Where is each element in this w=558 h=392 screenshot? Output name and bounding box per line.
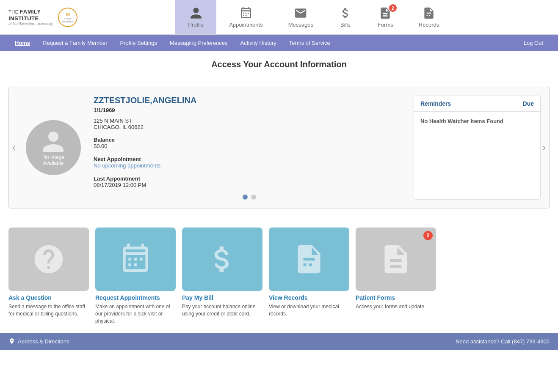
card-patient-forms-icon: 2 — [356, 228, 436, 291]
balance-value: $0.00 — [94, 143, 160, 149]
nav-messages[interactable]: Messages — [276, 0, 326, 34]
footer-address[interactable]: Address & Directions — [8, 338, 69, 345]
nav-forms-label: Forms — [378, 22, 393, 28]
card-pay-bill-desc: Pay your account balance online using yo… — [182, 303, 262, 318]
nav-forms[interactable]: 2 Forms — [365, 0, 406, 34]
patient-card: ‹ No Image Available ZZTESTJOLIE,ANGELIN… — [8, 87, 550, 208]
nav-appointments-label: Appointments — [229, 22, 263, 28]
reminders-col2: Due — [523, 100, 534, 107]
page-title: Access Your Account Information — [0, 60, 558, 69]
card-pay-bill-title: Pay My Bill — [182, 294, 262, 301]
card-request-appt[interactable]: Request Appointments Make an appointment… — [95, 228, 176, 324]
card-request-appt-desc: Make an appointment with one of our prov… — [95, 303, 176, 324]
dollar-icon — [205, 242, 239, 276]
calendar-icon — [119, 242, 152, 276]
card-request-appt-title: Request Appointments — [95, 294, 176, 301]
card-ask-question-desc: Send a message to the office staff for m… — [8, 303, 89, 318]
subnav-messaging-prefs[interactable]: Messaging Preferences — [163, 35, 234, 51]
card-view-records-title: View Records — [269, 294, 349, 301]
reminders-panel: Reminders Due No Health Watcher Items Fo… — [414, 96, 541, 200]
records-icon — [292, 242, 326, 276]
avatar-text1: No Image — [42, 154, 64, 160]
action-cards: Ask a Question Send a message to the off… — [0, 219, 558, 333]
carousel-right[interactable]: › — [542, 142, 546, 154]
avatar-icon — [41, 129, 66, 154]
footer: Address & Directions Need assistance? Ca… — [0, 333, 558, 350]
card-ask-question-title: Ask a Question — [8, 294, 89, 301]
svg-text:50: 50 — [66, 12, 70, 16]
patient-dob: 1/1/1969 — [94, 107, 405, 113]
logo-the: THE — [8, 9, 20, 14]
forms-badge: 2 — [389, 4, 397, 12]
reminders-header: Reminders Due — [414, 96, 540, 112]
nav-profile-label: Profile — [188, 22, 204, 28]
logout-button[interactable]: Log Out — [517, 35, 550, 51]
balance-group: Balance $0.00 Next Appointment No upcomi… — [94, 137, 160, 188]
patient-name: ZZTESTJOLIE,ANGELINA — [94, 96, 405, 105]
location-icon — [8, 338, 15, 345]
card-view-records-icon — [269, 228, 349, 291]
reminders-body: No Health Watcher Items Found — [414, 112, 540, 131]
patient-avatar: No Image Available — [26, 120, 81, 175]
top-nav: Profile Appointments Messages Bills 2 Fo… — [78, 0, 550, 34]
forms-card-badge: 2 — [423, 231, 433, 240]
nav-records-label: Records — [419, 22, 439, 28]
reminders-empty: No Health Watcher Items Found — [420, 118, 503, 124]
subnav-activity-history[interactable]: Activity History — [234, 35, 283, 51]
patient-address: 125 N MAIN ST CHICAGO, IL 60622 — [94, 118, 405, 130]
carousel-left[interactable]: ‹ — [12, 142, 16, 154]
card-ask-question-icon — [8, 228, 89, 291]
card-ask-question[interactable]: Ask a Question Send a message to the off… — [8, 228, 89, 324]
patient-details: Balance $0.00 Next Appointment No upcomi… — [94, 137, 405, 188]
carousel-dots — [94, 195, 405, 200]
footer-help: Need assistance? Call (847) 733-4300 — [456, 338, 550, 345]
svg-text:YEARS: YEARS — [64, 17, 72, 20]
card-patient-forms-desc: Access your forms and update — [356, 303, 436, 310]
forms-icon — [379, 242, 413, 276]
dot-2[interactable] — [251, 195, 256, 200]
avatar-text2: Available — [43, 160, 64, 166]
card-patient-forms[interactable]: 2 Patient Forms Access your forms and up… — [356, 228, 436, 324]
next-appt-label: Next Appointment — [94, 156, 160, 162]
sub-nav: Home Request a Family Member Profile Set… — [0, 35, 558, 51]
nav-bills-label: Bills — [340, 22, 351, 28]
card-view-records-desc: View or download your medical records. — [269, 303, 349, 318]
last-appt-value: 08/17/2019 12:00 PM — [94, 182, 160, 188]
nav-messages-label: Messages — [288, 22, 313, 28]
card-patient-forms-title: Patient Forms — [356, 294, 436, 301]
subnav-home[interactable]: Home — [8, 35, 36, 51]
subnav-terms[interactable]: Terms of Service — [283, 35, 337, 51]
nav-profile[interactable]: Profile — [175, 0, 216, 34]
balance-label: Balance — [94, 137, 160, 143]
address-line2: CHICAGO, IL 60622 — [94, 124, 405, 130]
footer-address-text: Address & Directions — [18, 338, 69, 345]
logo-years-icon: 50 YEARS SEE CHANGE — [58, 7, 78, 27]
subnav-request-family[interactable]: Request a Family Member — [36, 35, 113, 51]
logo-subtitle: at Northwestern University — [8, 22, 53, 26]
nav-records[interactable]: Records — [406, 0, 452, 34]
page-title-bar: Access Your Account Information — [0, 51, 558, 76]
card-view-records[interactable]: View Records View or download your medic… — [269, 228, 349, 324]
logo: THE FAMILYINSTITUTE at Northwestern Univ… — [8, 7, 78, 27]
nav-bills[interactable]: Bills — [326, 0, 365, 34]
next-appt-value: No upcoming appointments — [94, 162, 160, 169]
svg-text:SEE CHANGE: SEE CHANGE — [62, 21, 73, 23]
dot-1[interactable] — [243, 195, 248, 200]
top-header: THE FAMILYINSTITUTE at Northwestern Univ… — [0, 0, 558, 35]
nav-appointments[interactable]: Appointments — [216, 0, 276, 34]
patient-info: ZZTESTJOLIE,ANGELINA 1/1/1969 125 N MAIN… — [81, 96, 405, 200]
card-pay-bill-icon — [182, 228, 262, 291]
subnav-profile-settings[interactable]: Profile Settings — [114, 35, 163, 51]
last-appt-label: Last Appointment — [94, 175, 160, 182]
card-pay-bill[interactable]: Pay My Bill Pay your account balance onl… — [182, 228, 262, 324]
question-icon — [32, 242, 66, 276]
card-request-appt-icon — [95, 228, 176, 291]
reminders-col1: Reminders — [420, 100, 451, 107]
address-line1: 125 N MAIN ST — [94, 118, 405, 124]
